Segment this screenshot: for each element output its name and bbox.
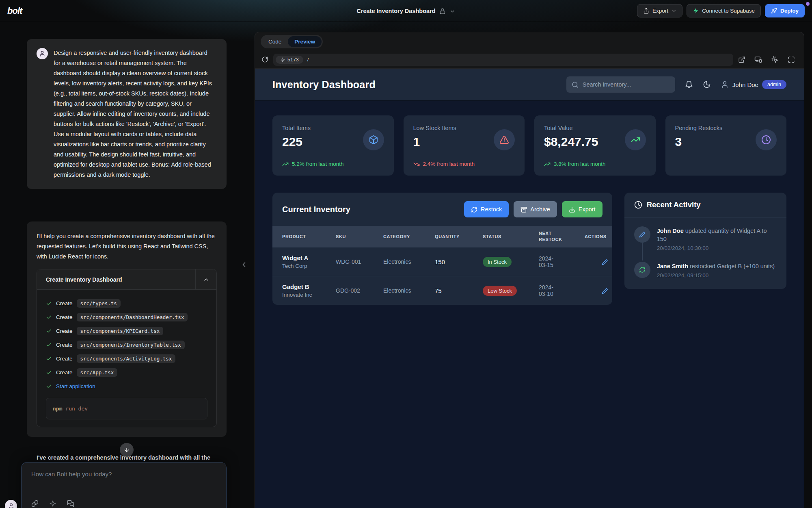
quantity-cell[interactable]: 75 — [425, 276, 473, 305]
product-name: Widget A — [282, 254, 326, 261]
workbench-step[interactable]: Create src/types.ts — [46, 296, 207, 310]
restock-button[interactable]: Restock — [464, 201, 509, 217]
refresh-icon — [471, 206, 477, 213]
page-title: Inventory Dashboard — [272, 79, 376, 91]
workbench-card: Create Inventory Dashboard Create src/ty… — [37, 269, 217, 427]
restock-label: Restock — [481, 206, 502, 213]
step-action: Create — [56, 369, 73, 376]
quantity-cell[interactable]: 150 — [425, 247, 473, 276]
user-message: Design a responsive and user-friendly in… — [27, 39, 227, 189]
responsive-devices-icon[interactable] — [754, 56, 762, 63]
role-badge: admin — [762, 80, 786, 89]
upload-icon — [643, 8, 649, 14]
chat-input[interactable] — [31, 471, 216, 500]
chevron-down-icon — [672, 8, 676, 14]
scroll-to-bottom-button[interactable] — [120, 443, 134, 457]
user-icon — [721, 80, 729, 89]
column-header: STATUS — [473, 226, 529, 247]
check-icon — [46, 369, 52, 376]
topbar: bolt Create Inventory Dashboard Export C… — [0, 0, 812, 22]
export-inventory-button[interactable]: Export — [562, 201, 603, 217]
port-number: 5173 — [287, 57, 299, 63]
column-header: PRODUCT — [272, 226, 326, 247]
edit-row-icon[interactable] — [602, 288, 612, 294]
preview-url-bar: 5173 / — [255, 51, 804, 69]
attach-link-icon[interactable] — [31, 500, 39, 507]
notifications-bell-icon[interactable] — [685, 80, 693, 89]
deploy-button[interactable]: Deploy — [765, 4, 805, 17]
enhance-prompt-icon[interactable] — [49, 500, 56, 507]
export-button[interactable]: Export — [637, 4, 682, 17]
open-external-icon[interactable] — [738, 56, 745, 63]
assistant-intro: I'll help you create a comprehensive inv… — [37, 231, 217, 262]
search-box[interactable] — [566, 76, 675, 93]
chat-mode-icon[interactable] — [67, 500, 74, 507]
start-application-step[interactable]: Start application — [46, 379, 207, 393]
check-icon — [46, 383, 52, 389]
dark-mode-toggle-icon[interactable] — [703, 80, 711, 89]
step-file[interactable]: src/components/DashboardHeader.tsx — [77, 313, 188, 321]
trending-down-icon — [413, 161, 420, 167]
kpi-card-total-value: Total Value $8,247.75 3.8% from last mon… — [534, 115, 656, 176]
kpi-card-pending-restocks: Pending Restocks 3 — [665, 115, 787, 176]
workbench-step[interactable]: Create src/components/InventoryTable.tsx — [46, 338, 207, 352]
workbench-step[interactable]: Create src/components/KPICard.tsx — [46, 324, 207, 338]
check-icon — [46, 355, 52, 362]
assistant-message: I'll help you create a comprehensive inv… — [27, 221, 227, 437]
edit-row-icon[interactable] — [602, 259, 612, 265]
restock-icon — [634, 262, 650, 278]
editor-tabs: Code Preview — [255, 32, 804, 51]
activity-text: John Doe updated quantity of Widget A to… — [657, 226, 777, 243]
lock-icon — [440, 7, 446, 15]
account-avatar[interactable] — [5, 500, 17, 508]
step-action: Create — [56, 328, 73, 334]
fullscreen-icon[interactable] — [788, 56, 795, 63]
chevron-down-icon[interactable] — [450, 7, 456, 15]
kpi-card-total-items: Total Items 225 5.2% from last month — [272, 115, 394, 176]
kpi-change-text: 5.2% from last month — [292, 161, 344, 167]
tab-code[interactable]: Code — [262, 36, 288, 47]
archive-button[interactable]: Archive — [514, 201, 557, 217]
plug-icon — [280, 57, 285, 63]
address-bar[interactable]: 5173 / — [273, 54, 733, 66]
category-cell: Electronics — [374, 276, 425, 305]
activity-title: Recent Activity — [647, 200, 701, 209]
user-menu[interactable]: John Doe admin — [721, 80, 786, 89]
user-avatar — [37, 48, 48, 59]
edit-icon — [634, 226, 650, 243]
dashboard-header: Inventory Dashboard John Doe admin — [255, 69, 804, 100]
activity-detail: restocked Gadget B (+100 units) — [688, 263, 775, 269]
connect-supabase-button[interactable]: Connect to Supabase — [687, 4, 761, 17]
sku-cell: GDG-002 — [326, 276, 374, 305]
chat-input-box[interactable] — [21, 462, 227, 508]
tab-preview[interactable]: Preview — [288, 36, 322, 47]
workbench-title: Create Inventory Dashboard — [37, 276, 195, 283]
workbench-collapse-button[interactable] — [195, 269, 216, 290]
start-application-link[interactable]: Start application — [56, 383, 95, 389]
table-row: Gadget B Innovate Inc GDG-002 Electronic… — [272, 276, 612, 305]
step-file[interactable]: src/components/InventoryTable.tsx — [77, 341, 185, 349]
terminal-command: npm run dev — [46, 398, 207, 419]
workbench-step[interactable]: Create src/components/ActivityLog.tsx — [46, 352, 207, 365]
kpi-change-text: 2.4% from last month — [423, 161, 475, 167]
activity-text: Jane Smith restocked Gadget B (+100 unit… — [657, 262, 775, 270]
check-icon — [46, 341, 52, 348]
alert-triangle-icon — [494, 129, 515, 150]
command-binary: npm — [53, 406, 62, 412]
step-file[interactable]: src/components/KPICard.tsx — [77, 327, 164, 335]
sku-cell: WDG-001 — [326, 247, 374, 276]
port-chip[interactable]: 5173 — [276, 56, 303, 64]
step-file[interactable]: src/components/ActivityLog.tsx — [77, 354, 176, 363]
step-file[interactable]: src/types.ts — [77, 299, 121, 308]
inspect-cursor-icon[interactable] — [771, 56, 779, 63]
next-restock-cell: 2024-03-15 — [529, 247, 561, 276]
workbench-step[interactable]: Create src/components/DashboardHeader.ts… — [46, 310, 207, 324]
workbench-step[interactable]: Create src/App.tsx — [46, 365, 207, 379]
search-input[interactable] — [583, 81, 670, 88]
collapse-chat-handle[interactable] — [238, 258, 250, 271]
step-file[interactable]: src/App.tsx — [77, 368, 118, 377]
project-title-group[interactable]: Create Inventory Dashboard — [356, 0, 455, 22]
status-badge: Low Stock — [483, 286, 517, 296]
activity-user: John Doe — [657, 228, 684, 234]
reload-icon[interactable] — [261, 56, 268, 63]
